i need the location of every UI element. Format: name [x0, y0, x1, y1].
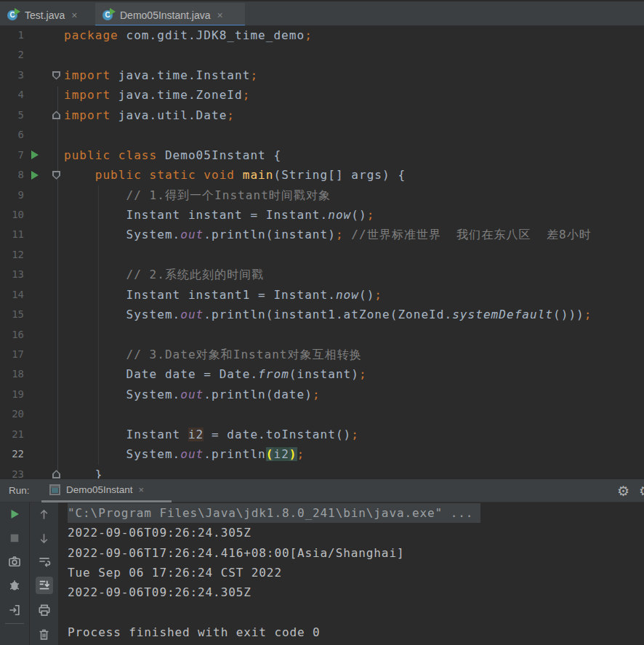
gear-icon-partial[interactable]: ⚙	[639, 481, 644, 502]
line-number: 13	[0, 265, 24, 284]
exit-arrow-button[interactable]	[6, 601, 23, 619]
code-text: Instant i2 = date.toInstant();	[64, 428, 359, 441]
camera-button[interactable]	[6, 553, 23, 570]
camera-icon	[7, 554, 22, 569]
code-line[interactable]: 14 Instant instant1 = Instant.now();	[0, 285, 644, 305]
console-line[interactable]: 2022-09-06T09:26:24.305Z	[58, 582, 644, 602]
code-text: // 3.Date对象和Instant对象互相转换	[64, 348, 362, 361]
code-line[interactable]: 16	[0, 325, 644, 345]
up-stack-button[interactable]	[36, 505, 53, 523]
code-line[interactable]: 2	[0, 45, 644, 65]
print-button[interactable]	[36, 601, 53, 619]
line-number: 5	[0, 105, 24, 125]
line-number: 12	[0, 245, 24, 265]
gutter-markers	[24, 205, 64, 225]
console-line[interactable]: Tue Sep 06 17:26:24 CST 2022	[58, 563, 644, 582]
run-overlay-icon	[15, 8, 20, 15]
clear-all-button[interactable]	[36, 625, 53, 643]
line-number: 22	[0, 444, 24, 464]
code-line[interactable]: 12	[0, 245, 644, 265]
line-number: 11	[0, 225, 24, 244]
rerun-button[interactable]	[6, 505, 23, 523]
line-number: 6	[0, 125, 24, 145]
console-line[interactable]: Process finished with exit code 0	[58, 622, 644, 642]
gutter-markers	[24, 265, 64, 284]
close-icon[interactable]: ×	[139, 484, 145, 495]
gear-icon[interactable]: ⚙	[617, 481, 629, 502]
run-line-icon[interactable]	[31, 171, 39, 180]
scroll-to-end-icon	[37, 578, 52, 593]
close-icon[interactable]: ×	[217, 9, 223, 21]
code-line[interactable]: 11 System.out.println(instant); //世界标准世界…	[0, 225, 644, 244]
close-icon[interactable]: ×	[71, 9, 77, 21]
code-line[interactable]: 20	[0, 404, 644, 424]
exit-arrow-icon	[7, 603, 22, 617]
debug-bug-button[interactable]	[6, 577, 23, 594]
printer-icon	[37, 603, 52, 617]
gutter-markers	[24, 404, 64, 424]
code-line[interactable]: 21 Instant i2 = date.toInstant();	[0, 425, 644, 444]
code-line[interactable]: 10 Instant instant = Instant.now();	[0, 205, 644, 225]
run-overlay-icon	[110, 8, 116, 15]
run-toolwindow-header: Run: Demo05Instant × ⚙ ⚙	[0, 478, 644, 502]
scroll-to-end-button[interactable]	[36, 577, 53, 594]
gutter-markers	[24, 364, 64, 384]
code-line[interactable]: 6	[0, 125, 644, 145]
code-line[interactable]: 8 public static void main(String[] args)…	[0, 165, 644, 185]
stop-button[interactable]	[6, 529, 23, 547]
code-line[interactable]: 17 // 3.Date对象和Instant对象互相转换	[0, 345, 644, 364]
line-number: 19	[0, 385, 24, 404]
fold-collapse-icon[interactable]	[52, 71, 60, 80]
gutter-markers	[24, 65, 64, 85]
code-line[interactable]: 5import java.util.Date;	[0, 105, 644, 125]
console-line[interactable]: 2022-09-06T17:26:24.416+08:00[Asia/Shang…	[58, 543, 644, 563]
line-number: 15	[0, 305, 24, 324]
code-line[interactable]: 1package com.gdit.JDK8_time_demo;	[0, 25, 644, 45]
code-line[interactable]: 22 System.out.println(i2);	[0, 444, 644, 464]
fold-expand-icon[interactable]	[52, 470, 60, 478]
code-line[interactable]: 23 }	[0, 465, 644, 478]
code-editor[interactable]: 1package com.gdit.JDK8_time_demo;23impor…	[0, 25, 644, 478]
line-number: 4	[0, 85, 24, 105]
tab-test-java[interactable]: C Test.java ×	[0, 3, 95, 27]
down-arrow-icon	[37, 532, 51, 545]
down-stack-button[interactable]	[36, 529, 53, 547]
code-line[interactable]: 7public class Demo05Instant {	[0, 145, 644, 165]
code-text: System.out.println(instant1.atZone(ZoneI…	[64, 308, 592, 321]
code-text: package com.gdit.JDK8_time_demo;	[64, 28, 313, 42]
code-line[interactable]: 9 // 1.得到一个Instant时间戳对象	[0, 185, 644, 205]
line-number: 18	[0, 364, 24, 384]
code-text: System.out.println(date);	[64, 388, 321, 401]
console-line[interactable]: 2022-09-06T09:26:24.305Z	[58, 523, 644, 542]
code-line[interactable]: 3import java.time.Instant;	[0, 65, 644, 85]
code-line[interactable]: 19 System.out.println(date);	[0, 385, 644, 404]
code-text: System.out.println(i2);	[64, 447, 305, 461]
line-number: 23	[0, 465, 24, 478]
tab-demo05instant-java[interactable]: C Demo05Instant.java ×	[95, 3, 245, 27]
soft-wrap-button[interactable]	[36, 553, 53, 570]
code-text: System.out.println(instant); //世界标准世界 我们…	[64, 228, 592, 241]
run-line-icon[interactable]	[31, 151, 39, 159]
code-text: }	[64, 468, 102, 478]
line-number: 21	[0, 425, 24, 444]
gutter-markers	[24, 125, 64, 145]
code-line[interactable]: 18 Date date = Date.from(instant);	[0, 364, 644, 384]
editor-tab-bar: C Test.java × C Demo05Instant.java ×	[0, 0, 644, 25]
console-output[interactable]: "C:\Program Files\Java\jdk1.8.0_241\bin\…	[58, 503, 644, 645]
fold-expand-icon[interactable]	[52, 111, 60, 119]
fold-collapse-icon[interactable]	[52, 171, 60, 180]
run-tab-demo05instant[interactable]: Demo05Instant ×	[41, 479, 172, 500]
code-text: public class Demo05Instant {	[64, 148, 281, 162]
line-number: 20	[0, 404, 24, 424]
code-line[interactable]: 4import java.time.ZoneId;	[0, 85, 644, 105]
console-line[interactable]: "C:\Program Files\Java\jdk1.8.0_241\bin\…	[58, 503, 644, 523]
console-line[interactable]	[58, 602, 644, 622]
code-line[interactable]: 13 // 2.系统此刻的时间戳	[0, 265, 644, 284]
gutter-markers	[24, 45, 64, 65]
toolbar-divider	[5, 623, 24, 624]
run-console: "C:\Program Files\Java\jdk1.8.0_241\bin\…	[0, 502, 644, 645]
code-line[interactable]: 15 System.out.println(instant1.atZone(Zo…	[0, 305, 644, 324]
line-number: 16	[0, 325, 24, 345]
line-number: 14	[0, 285, 24, 305]
code-text: // 1.得到一个Instant时间戳对象	[64, 188, 331, 202]
